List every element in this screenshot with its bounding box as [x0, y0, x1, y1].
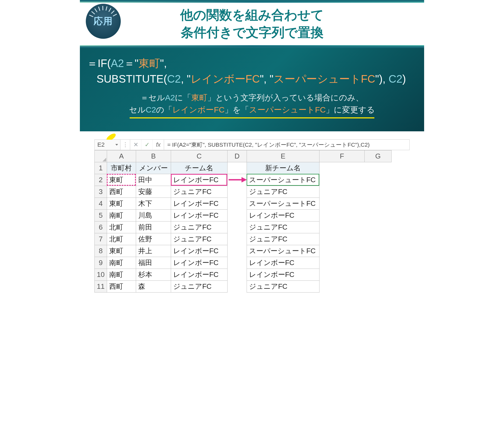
cell[interactable]: [364, 198, 391, 209]
cell[interactable]: [227, 198, 247, 209]
cell[interactable]: ジュニアFC: [171, 280, 227, 292]
row-header[interactable]: 6: [95, 221, 107, 233]
cell[interactable]: 福田: [136, 257, 171, 269]
cell[interactable]: [319, 174, 364, 186]
row-header[interactable]: 9: [95, 257, 107, 269]
cell[interactable]: 市町村: [107, 162, 136, 174]
cell[interactable]: 西町: [107, 186, 136, 198]
cell[interactable]: [227, 162, 247, 174]
cell[interactable]: メンバー: [136, 162, 171, 174]
worksheet-grid[interactable]: A B C D E F G 1 市町村 メンバー チーム名 新チーム名: [94, 150, 392, 293]
row-header[interactable]: 3: [95, 186, 107, 198]
cell[interactable]: ジュニアFC: [247, 221, 319, 233]
cell[interactable]: [227, 221, 247, 233]
confirm-formula-icon[interactable]: ✓: [141, 140, 153, 150]
formula-bar-input[interactable]: = IF(A2="東町", SUBSTITUTE(C2, "レインボーFC", …: [164, 140, 409, 150]
cell[interactable]: レインボーFC: [171, 198, 227, 209]
col-header-A[interactable]: A: [107, 150, 136, 162]
cell[interactable]: レインボーFC: [171, 174, 227, 186]
row-header[interactable]: 7: [95, 233, 107, 245]
cell[interactable]: ジュニアFC: [247, 186, 319, 198]
cell[interactable]: [227, 233, 247, 245]
cell[interactable]: 田中: [136, 174, 171, 186]
cell[interactable]: レインボーFC: [171, 209, 227, 221]
row-header[interactable]: 1: [95, 162, 107, 174]
cell[interactable]: [319, 280, 364, 292]
cell[interactable]: [364, 269, 391, 280]
cell[interactable]: レインボーFC: [171, 269, 227, 280]
cell[interactable]: 南町: [107, 209, 136, 221]
cell[interactable]: 井上: [136, 245, 171, 257]
cell[interactable]: [364, 209, 391, 221]
cell[interactable]: [319, 257, 364, 269]
col-header-F[interactable]: F: [319, 150, 364, 162]
row-header[interactable]: 11: [95, 280, 107, 292]
cell[interactable]: [364, 257, 391, 269]
cell[interactable]: [364, 186, 391, 198]
col-header-D[interactable]: D: [227, 150, 247, 162]
cell[interactable]: [319, 209, 364, 221]
cell[interactable]: [227, 209, 247, 221]
cell[interactable]: 東町: [107, 198, 136, 209]
name-box[interactable]: E2: [95, 140, 120, 150]
select-all-corner[interactable]: [95, 150, 107, 162]
cell[interactable]: ジュニアFC: [247, 280, 319, 292]
cell[interactable]: [227, 174, 247, 186]
row-header[interactable]: 4: [95, 198, 107, 209]
cell[interactable]: ジュニアFC: [247, 233, 319, 245]
cell[interactable]: 森: [136, 280, 171, 292]
cell[interactable]: [319, 198, 364, 209]
cell[interactable]: レインボーFC: [171, 257, 227, 269]
cell[interactable]: [227, 186, 247, 198]
cell[interactable]: [227, 245, 247, 257]
cell[interactable]: 北町: [107, 233, 136, 245]
insert-function-button[interactable]: fx: [153, 140, 164, 150]
cell[interactable]: [319, 245, 364, 257]
cell[interactable]: 川島: [136, 209, 171, 221]
cell[interactable]: 木下: [136, 198, 171, 209]
col-header-C[interactable]: C: [171, 150, 227, 162]
cell[interactable]: 南町: [107, 269, 136, 280]
cell[interactable]: 前田: [136, 221, 171, 233]
cell[interactable]: 南町: [107, 257, 136, 269]
cell[interactable]: [319, 221, 364, 233]
cell[interactable]: レインボーFC: [247, 269, 319, 280]
cell[interactable]: 安藤: [136, 186, 171, 198]
cell[interactable]: スーパーシュートFC: [247, 174, 319, 186]
cell[interactable]: スーパーシュートFC: [247, 198, 319, 209]
cell[interactable]: ジュニアFC: [171, 221, 227, 233]
cell[interactable]: レインボーFC: [247, 209, 319, 221]
cell[interactable]: ジュニアFC: [171, 233, 227, 245]
cell[interactable]: 杉本: [136, 269, 171, 280]
cell[interactable]: 東町: [107, 174, 136, 186]
cell[interactable]: [364, 162, 391, 174]
cell[interactable]: [319, 233, 364, 245]
col-header-E[interactable]: E: [247, 150, 319, 162]
cell[interactable]: スーパーシュートFC: [247, 245, 319, 257]
col-header-G[interactable]: G: [364, 150, 391, 162]
col-header-B[interactable]: B: [136, 150, 171, 162]
cell[interactable]: 西町: [107, 280, 136, 292]
cell[interactable]: [227, 257, 247, 269]
cell[interactable]: チーム名: [171, 162, 227, 174]
cell[interactable]: [227, 269, 247, 280]
cell[interactable]: [364, 245, 391, 257]
cell[interactable]: [319, 162, 364, 174]
cell[interactable]: [319, 186, 364, 198]
cell[interactable]: [364, 174, 391, 186]
cell[interactable]: ジュニアFC: [171, 186, 227, 198]
cell[interactable]: [227, 280, 247, 292]
cell[interactable]: [364, 221, 391, 233]
cell[interactable]: 新チーム名: [247, 162, 319, 174]
cell[interactable]: [364, 233, 391, 245]
row-header[interactable]: 5: [95, 209, 107, 221]
row-header[interactable]: 8: [95, 245, 107, 257]
cell[interactable]: レインボーFC: [171, 245, 227, 257]
cancel-formula-icon[interactable]: ✕: [130, 140, 141, 150]
cell[interactable]: 東町: [107, 245, 136, 257]
cell[interactable]: レインボーFC: [247, 257, 319, 269]
row-header[interactable]: 10: [95, 269, 107, 280]
cell[interactable]: 北町: [107, 221, 136, 233]
cell[interactable]: [319, 269, 364, 280]
cell[interactable]: [364, 280, 391, 292]
